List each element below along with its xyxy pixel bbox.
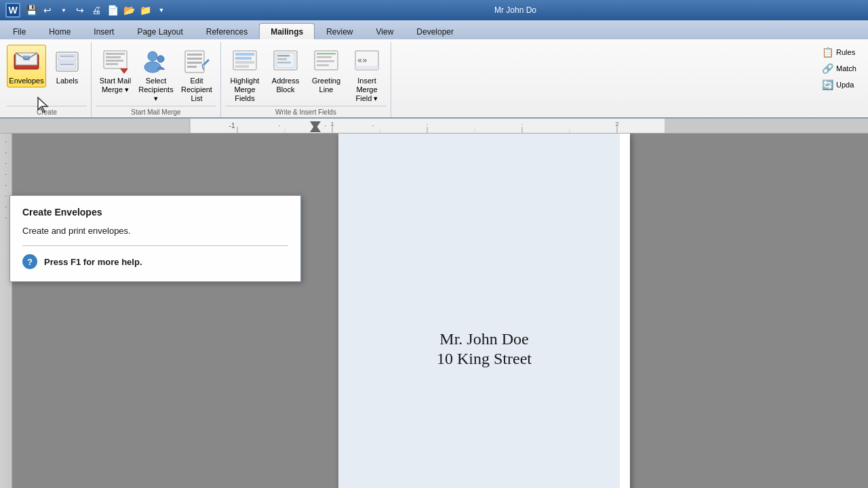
document-line1: Mr. John Doe — [382, 330, 586, 348]
match-button[interactable]: 🔗 Match — [818, 61, 860, 76]
tab-insert[interactable]: Insert — [82, 23, 125, 39]
document-line2: 10 King Street — [382, 350, 586, 368]
folder-button[interactable]: 📁 — [138, 3, 152, 17]
select-recipients-button[interactable]: SelectRecipients ▾ — [136, 45, 176, 106]
svg-rect-45 — [665, 119, 868, 134]
svg-rect-20 — [187, 54, 202, 56]
insert-merge-field-button[interactable]: «» Insert MergeField ▾ — [347, 45, 387, 106]
svg-rect-32 — [277, 55, 290, 57]
tab-review[interactable]: Review — [315, 23, 364, 39]
highlight-merge-fields-icon — [231, 48, 258, 75]
svg-rect-14 — [106, 63, 118, 65]
undo-dropdown[interactable]: ▼ — [57, 3, 71, 17]
rules-label: Rules — [836, 48, 855, 56]
labels-button[interactable]: Labels — [47, 45, 87, 87]
start-mail-merge-group-label: Start Mail Merge — [96, 106, 216, 117]
horizontal-ruler: -1 · · · 1 · · 2 — [0, 119, 868, 134]
svg-text:·: · — [521, 121, 524, 127]
help-icon: ? — [22, 254, 37, 269]
open-file-button[interactable]: 📄 — [106, 3, 119, 17]
ribbon-group-create: Envelopes Labels Create — [3, 42, 92, 117]
document-title: Mr John Do — [168, 5, 863, 15]
v-ruler-mark: - — [0, 158, 12, 169]
svg-rect-11 — [106, 53, 125, 55]
greeting-line-icon — [313, 48, 340, 75]
v-ruler-mark: - — [0, 180, 12, 190]
svg-rect-28 — [235, 61, 254, 64]
match-label: Match — [836, 64, 856, 73]
quick-access-dropdown[interactable]: ▼ — [155, 3, 168, 17]
highlight-merge-fields-button[interactable]: HighlightMerge Fields — [225, 45, 264, 106]
tab-references[interactable]: References — [195, 23, 259, 39]
svg-rect-21 — [187, 58, 202, 60]
redo-button[interactable]: ↪ — [73, 3, 87, 17]
svg-rect-39 — [317, 64, 329, 66]
tab-page-layout[interactable]: Page Layout — [125, 23, 194, 39]
tab-bar: File Home Insert Page Layout References … — [0, 20, 868, 39]
svg-point-18 — [157, 56, 164, 62]
address-block-label: AddressBlock — [272, 77, 299, 94]
highlight-merge-fields-label: HighlightMerge Fields — [227, 77, 262, 104]
svg-rect-33 — [277, 58, 287, 60]
svg-rect-43 — [0, 119, 190, 134]
undo-button[interactable]: ↩ — [41, 3, 54, 17]
edit-recipient-list-button[interactable]: EditRecipient List — [177, 45, 216, 106]
svg-text:·: · — [427, 121, 429, 127]
svg-rect-27 — [235, 57, 252, 60]
envelope-icon — [13, 48, 40, 75]
rules-button[interactable]: 📋 Rules — [818, 45, 860, 60]
svg-text:«»: «» — [357, 56, 367, 65]
ribbon-content: Envelopes Labels Create — [0, 39, 868, 117]
update-button[interactable]: 🔄 Upda — [818, 77, 860, 92]
svg-rect-22 — [187, 62, 202, 64]
title-bar: W 💾 ↩ ▼ ↪ 🖨 📄 📂 📁 ▼ Mr John Do — [0, 0, 868, 20]
word-logo: W — [5, 3, 20, 18]
write-insert-group-label: Write & Insert Fields — [225, 106, 387, 117]
envelopes-button[interactable]: Envelopes — [7, 45, 46, 87]
document-page[interactable]: Mr. John Doe 10 King Street — [338, 134, 630, 488]
tab-developer[interactable]: Developer — [405, 23, 465, 39]
ribbon-far-right: 📋 Rules 🔗 Match 🔄 Upda — [813, 42, 865, 117]
edit-recipient-list-label: EditRecipient List — [179, 77, 214, 104]
svg-text:·: · — [372, 122, 374, 129]
v-ruler-mark: - — [0, 136, 12, 147]
tab-view[interactable]: View — [365, 23, 406, 39]
update-icon: 🔄 — [822, 79, 833, 90]
rules-icon: 📋 — [822, 47, 833, 58]
ribbon: File Home Insert Page Layout References … — [0, 20, 868, 119]
create-buttons: Envelopes Labels — [7, 43, 87, 106]
edit-recipient-list-icon — [183, 48, 210, 75]
document-content[interactable]: Mr. John Doe 10 King Street — [12, 134, 868, 488]
svg-rect-29 — [235, 65, 249, 68]
envelopes-label: Envelopes — [9, 77, 43, 85]
svg-rect-42 — [355, 66, 378, 70]
open-folder-button[interactable]: 📂 — [122, 3, 136, 17]
svg-marker-15 — [120, 68, 128, 74]
document-area: - - - - - - - - Mr. John Doe 10 King Str… — [0, 134, 868, 488]
tab-home[interactable]: Home — [37, 23, 82, 39]
write-insert-buttons: HighlightMerge Fields AddressBlock — [225, 43, 387, 106]
save-button[interactable]: 💾 — [24, 3, 38, 17]
start-mail-merge-button[interactable]: Start MailMerge ▾ — [96, 45, 135, 96]
v-ruler-mark: - — [0, 169, 12, 180]
tooltip-help-text: Press F1 for more help. — [44, 257, 142, 267]
start-mail-merge-buttons: Start MailMerge ▾ SelectRecipients ▾ — [96, 43, 216, 106]
tab-mailings[interactable]: Mailings — [259, 23, 315, 39]
svg-rect-36 — [317, 53, 336, 55]
insert-merge-field-label: Insert MergeField ▾ — [349, 77, 384, 104]
page-area: Mr. John Doe 10 King Street — [12, 134, 868, 488]
create-group-label: Create — [7, 106, 87, 117]
svg-rect-6 — [58, 54, 76, 61]
address-block-button[interactable]: AddressBlock — [266, 45, 305, 96]
start-mail-merge-label: Start MailMerge ▾ — [100, 77, 131, 94]
tooltip-popup: Create Envelopes Create and print envelo… — [9, 195, 301, 282]
address-block-icon — [272, 48, 299, 75]
print-button[interactable]: 🖨 — [90, 3, 103, 17]
tooltip-help: ? Press F1 for more help. — [22, 254, 288, 269]
document-text: Mr. John Doe 10 King Street — [382, 330, 586, 368]
greeting-line-button[interactable]: GreetingLine — [307, 45, 346, 96]
svg-point-17 — [144, 62, 161, 73]
svg-rect-34 — [277, 62, 291, 64]
ribbon-group-write-insert: HighlightMerge Fields AddressBlock — [221, 42, 391, 117]
tab-file[interactable]: File — [1, 23, 37, 39]
